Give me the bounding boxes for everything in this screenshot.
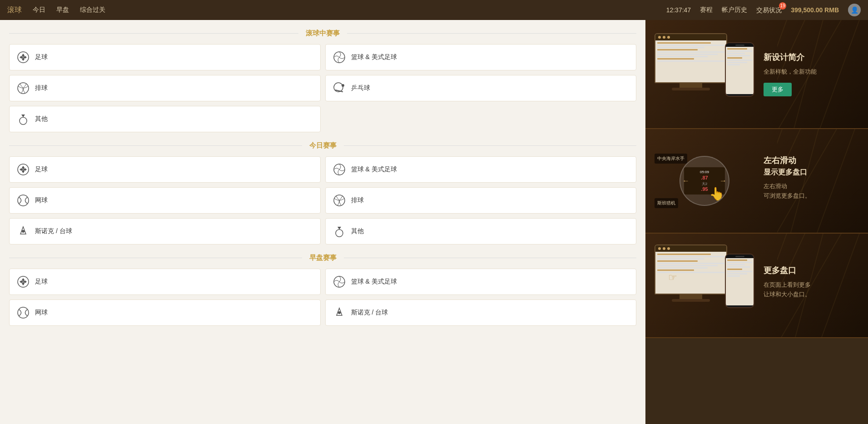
nav-time: 12:37:47	[666, 6, 691, 14]
svg-point-20	[22, 230, 25, 233]
sport-label-tabletennis-live: 乒乓球	[351, 84, 370, 92]
sport-item-other-live[interactable]: 其他	[9, 106, 321, 132]
banner-scroll-subtitle: 显示更多盘口	[764, 168, 859, 177]
banner-markets-text: 更多盘口 在页面上看到更多 让球和大小盘口。	[764, 265, 859, 306]
tennis-icon-early	[17, 306, 30, 319]
svg-point-9	[342, 84, 344, 87]
sport-label-basketball-today: 篮球 & 美式足球	[351, 165, 397, 174]
today-section-title: 今日赛事	[302, 141, 344, 150]
nav-balance: 399,500.00 RMB	[791, 6, 839, 14]
title-line-right-today	[344, 145, 637, 146]
sport-label-football-early: 足球	[35, 278, 48, 286]
today-title-wrap: 今日赛事	[9, 141, 636, 150]
svg-point-28	[18, 307, 29, 318]
top-navigation: 滚球 今日 早盘 综合过关 12:37:47 赛程 帐户历史 交易状况 19 3…	[0, 0, 868, 20]
banner-scroll: 05:09 .87 大2 .95 👆 ← → 中央海岸水手 斯班猎机 左右滑动	[645, 129, 868, 234]
title-line-right-early	[344, 258, 637, 258]
nav-item-parlay[interactable]: 综合过关	[80, 6, 105, 14]
live-sport-grid: 足球 篮球 & 美式足球 排球	[9, 44, 636, 132]
early-sport-grid: 足球 篮球 & 美式足球 网球	[9, 269, 636, 326]
live-section: 滚球中赛事 足球 篮球 & 美式足球	[9, 29, 636, 132]
svg-point-17	[18, 195, 29, 206]
nav-item-early[interactable]: 早盘	[56, 6, 69, 14]
left-content: 滚球中赛事 足球 篮球 & 美式足球	[0, 20, 645, 424]
basketball-icon-early	[333, 275, 346, 288]
tennis-icon	[17, 194, 30, 207]
nav-schedule[interactable]: 赛程	[700, 6, 713, 14]
nav-item-today[interactable]: 今日	[33, 6, 45, 14]
sport-label-other-today: 其他	[351, 227, 364, 235]
nav-right: 12:37:47 赛程 帐户历史 交易状况 19 399,500.00 RMB …	[666, 4, 861, 16]
svg-point-21	[336, 229, 343, 237]
today-sport-grid: 足球 篮球 & 美式足球 网球	[9, 156, 636, 244]
early-title-wrap: 早盘赛事	[9, 254, 636, 262]
football-icon	[17, 51, 30, 64]
sport-item-basketball-live[interactable]: 篮球 & 美式足球	[325, 44, 637, 70]
banner-markets: ☞ 更多盘口 在页面上看到更多 让球和大小盘口。	[645, 234, 868, 338]
volleyball-icon-today	[333, 194, 346, 207]
title-line-left-today	[9, 145, 302, 146]
football-icon-early	[17, 275, 30, 288]
banner-design-title: 新设计简介	[764, 52, 859, 63]
title-line-right	[347, 33, 636, 34]
sport-item-other-today[interactable]: 其他	[325, 218, 637, 244]
nav-badge: 19	[779, 2, 786, 10]
nav-history[interactable]: 帐户历史	[722, 6, 747, 14]
banner-design-desc: 全新样貌，全新功能	[764, 67, 859, 77]
sport-item-snooker-early[interactable]: 斯诺克 / 台球	[325, 299, 637, 326]
snooker-icon-early	[333, 306, 346, 319]
sport-label-football-live: 足球	[35, 53, 48, 61]
basketball-icon	[333, 51, 346, 64]
nav-transaction[interactable]: 交易状况	[756, 6, 782, 14]
svg-point-10	[20, 117, 27, 125]
banner-scroll-text: 左右滑动 显示更多盘口 左右滑动 可浏览更多盘口。	[764, 155, 859, 207]
sport-item-tennis-today[interactable]: 网球	[9, 187, 321, 214]
right-panel: 新设计简介 全新样貌，全新功能 更多 05:09	[645, 20, 868, 424]
sport-item-basketball-today[interactable]: 篮球 & 美式足球	[325, 156, 637, 183]
nav-logo[interactable]: 滚球	[7, 5, 22, 15]
svg-point-30	[338, 311, 341, 314]
today-section: 今日赛事 足球 篮球 & 美式足球	[9, 141, 636, 244]
banner-markets-title: 更多盘口	[764, 265, 859, 276]
sport-item-tennis-early[interactable]: 网球	[9, 299, 321, 326]
sport-label-other-live: 其他	[35, 115, 48, 123]
main-layout: 滚球中赛事 足球 篮球 & 美式足球	[0, 20, 868, 424]
banner-design-btn[interactable]: 更多	[764, 83, 792, 96]
sport-label-tennis-early: 网球	[35, 309, 48, 317]
football-icon-today	[17, 163, 30, 176]
banner-design: 新设计简介 全新样貌，全新功能 更多	[645, 20, 868, 129]
basketball-icon-today	[333, 163, 346, 176]
nav-transaction-wrap[interactable]: 交易状况 19	[756, 6, 782, 15]
sport-item-football-today[interactable]: 足球	[9, 156, 321, 183]
sport-item-football-early[interactable]: 足球	[9, 269, 321, 295]
early-section: 早盘赛事 足球 篮球 & 美式足球	[9, 254, 636, 326]
live-title-wrap: 滚球中赛事	[9, 29, 636, 38]
early-section-title: 早盘赛事	[302, 254, 344, 262]
title-line-left	[9, 33, 298, 34]
sport-item-basketball-early[interactable]: 篮球 & 美式足球	[325, 269, 637, 295]
live-section-title: 滚球中赛事	[298, 29, 347, 38]
sport-item-snooker-today[interactable]: 斯诺克 / 台球	[9, 218, 321, 244]
sport-item-tabletennis-live[interactable]: 乒乓球	[325, 75, 637, 101]
banner-scroll-desc: 左右滑动 可浏览更多盘口。	[764, 182, 859, 201]
sport-label-football-today: 足球	[35, 165, 48, 174]
banner-markets-desc: 在页面上看到更多 让球和大小盘口。	[764, 280, 859, 299]
sport-label-basketball-early: 篮球 & 美式足球	[351, 278, 397, 286]
sport-label-tennis-today: 网球	[35, 196, 48, 205]
sport-label-snooker-today: 斯诺克 / 台球	[35, 227, 72, 235]
sport-item-volleyball-today[interactable]: 排球	[325, 187, 637, 214]
sport-item-volleyball-live[interactable]: 排球	[9, 75, 321, 101]
volleyball-icon	[17, 82, 30, 95]
sport-label-volleyball-today: 排球	[351, 196, 364, 205]
nav-avatar[interactable]: 👤	[848, 4, 861, 16]
snooker-icon	[17, 225, 30, 238]
banner-design-text: 新设计简介 全新样貌，全新功能 更多	[764, 52, 859, 97]
medal-icon	[17, 113, 30, 125]
medal-icon-today	[333, 225, 346, 238]
sport-label-volleyball-live: 排球	[35, 84, 48, 92]
sport-item-football-live[interactable]: 足球	[9, 44, 321, 70]
tabletennis-icon	[333, 82, 346, 95]
banner-scroll-title: 左右滑动	[764, 155, 859, 166]
sport-label-snooker-early: 斯诺克 / 台球	[351, 309, 388, 317]
title-line-left-early	[9, 258, 302, 258]
